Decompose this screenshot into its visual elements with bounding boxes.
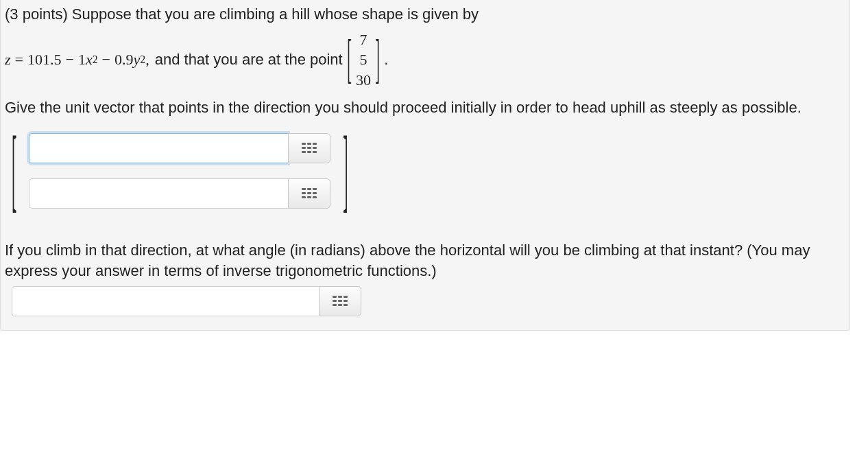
point-vector: [ 7 5 30 ] bbox=[347, 29, 381, 91]
question-intro: (3 points) Suppose that you are climbing… bbox=[5, 4, 845, 25]
answer-vector: [ bbox=[12, 126, 348, 215]
left-bracket-icon: [ bbox=[12, 115, 16, 226]
answer-vector-col bbox=[16, 126, 343, 215]
var-y: y bbox=[134, 51, 141, 69]
question-panel: (3 points) Suppose that you are climbing… bbox=[0, 0, 850, 331]
symbol-palette-button[interactable] bbox=[319, 286, 361, 316]
vector-input-1-group bbox=[29, 133, 330, 163]
right-bracket-icon: ] bbox=[375, 27, 380, 92]
sentence-period: . bbox=[383, 51, 388, 69]
symbol-palette-button[interactable] bbox=[288, 178, 330, 209]
vector-input-2[interactable] bbox=[29, 178, 288, 209]
vector-input-2-group bbox=[29, 178, 330, 209]
grid-icon bbox=[302, 143, 317, 154]
part2-text: If you climb in that direction, at what … bbox=[5, 240, 845, 281]
op-minus-2: − bbox=[98, 51, 114, 69]
op-minus-1: − bbox=[61, 51, 77, 69]
point-vec-0: 7 bbox=[360, 30, 367, 49]
op-eq: = bbox=[11, 51, 27, 69]
const-2: 0.9 bbox=[114, 51, 134, 69]
angle-input-group bbox=[12, 286, 361, 316]
left-bracket-icon: [ bbox=[347, 27, 352, 92]
vector-input-1[interactable] bbox=[29, 133, 288, 163]
point-vec-1: 5 bbox=[360, 50, 367, 69]
const-1: 1 bbox=[78, 51, 86, 69]
exp-y: 2 bbox=[140, 54, 145, 66]
exp-x: 2 bbox=[93, 54, 98, 66]
var-z: z bbox=[5, 51, 11, 69]
var-x: x bbox=[86, 51, 93, 69]
part1-text: Give the unit vector that points in the … bbox=[5, 97, 845, 118]
right-bracket-icon: ] bbox=[343, 115, 348, 226]
angle-input[interactable] bbox=[12, 286, 319, 316]
point-vec-2: 30 bbox=[356, 71, 371, 90]
points-label: (3 points) bbox=[5, 5, 68, 23]
intro-text: Suppose that you are climbing a hill who… bbox=[72, 5, 479, 23]
mid-text: and that you are at the point bbox=[152, 51, 344, 69]
const-0: 101.5 bbox=[27, 51, 62, 69]
symbol-palette-button[interactable] bbox=[288, 133, 330, 163]
angle-answer-block bbox=[12, 286, 845, 316]
equation-row: z = 101.5 − 1x2 − 0.9y2 , and that you a… bbox=[5, 29, 845, 91]
point-vector-col: 7 5 30 bbox=[352, 29, 375, 91]
grid-icon bbox=[302, 188, 317, 199]
grid-icon bbox=[333, 296, 348, 307]
eq-comma: , bbox=[145, 51, 152, 69]
